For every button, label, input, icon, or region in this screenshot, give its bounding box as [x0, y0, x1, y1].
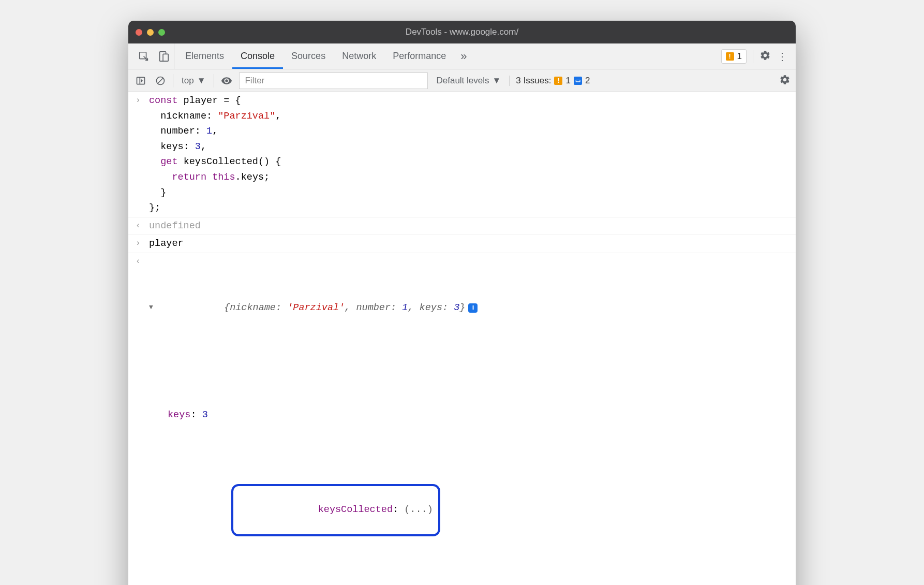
- console-body: › const player = { nickname: "Parzival",…: [128, 92, 796, 585]
- undefined-result: undefined: [149, 218, 788, 234]
- separator: [173, 74, 173, 87]
- issues-count: 1: [737, 51, 742, 62]
- player-input: player: [149, 236, 788, 252]
- dropdown-caret-icon: ▼: [197, 76, 206, 86]
- summary-key: keys:: [420, 302, 449, 313]
- property-name: keys: [168, 410, 190, 420]
- console-toolbar: top ▼ Default levels ▼ 3 Issues: ! 1 ▭ 2: [128, 69, 796, 92]
- filter-input[interactable]: [239, 72, 428, 89]
- tabbar-right: ! 1 ⋮: [721, 49, 791, 64]
- context-value: top: [182, 76, 194, 86]
- summary-val: 3: [454, 302, 459, 313]
- svg-rect-3: [137, 77, 145, 84]
- issues-warn-count: 1: [565, 76, 570, 86]
- svg-rect-2: [163, 54, 168, 61]
- input-caret-icon: ›: [136, 93, 149, 216]
- highlight-annotation: keysCollected: (...): [231, 484, 440, 536]
- info-icon: ▭: [574, 77, 582, 85]
- issues-link[interactable]: 3 Issues: ! 1 ▭ 2: [509, 76, 590, 86]
- brace-open: {: [224, 302, 230, 313]
- issues-info-count: 2: [585, 76, 590, 86]
- toggle-sidebar-icon[interactable]: [133, 74, 148, 88]
- tabbar-icons: [133, 43, 174, 69]
- property-value: 3: [202, 410, 208, 420]
- issues-label: 3 Issues:: [516, 76, 551, 86]
- expand-caret-icon[interactable]: ▼: [149, 302, 153, 313]
- devtools-window: DevTools - www.google.com/ Elements Cons…: [128, 21, 796, 585]
- more-menu-icon[interactable]: ⋮: [777, 50, 787, 63]
- tab-elements[interactable]: Elements: [177, 43, 232, 69]
- input-caret-icon: ›: [136, 236, 149, 252]
- execution-context-select[interactable]: top ▼: [178, 76, 208, 86]
- clear-console-icon[interactable]: [153, 74, 168, 88]
- window-title: DevTools - www.google.com/: [406, 27, 518, 37]
- separator: [214, 74, 214, 87]
- tab-network[interactable]: Network: [334, 43, 384, 69]
- console-result-row: ‹ ▼ {nickname: 'Parzival', number: 1, ke…: [128, 253, 796, 585]
- levels-value: Default levels: [436, 76, 489, 86]
- tab-console[interactable]: Console: [232, 43, 283, 69]
- summary-key: number:: [356, 302, 396, 313]
- device-toggle-icon[interactable]: [156, 49, 171, 64]
- summary-key: nickname:: [230, 302, 281, 313]
- main-tabbar: Elements Console Sources Network Perform…: [128, 43, 796, 69]
- dropdown-caret-icon: ▼: [493, 76, 501, 86]
- separator: [753, 50, 753, 63]
- toolbar-right: [779, 74, 791, 87]
- close-window-button[interactable]: [136, 29, 142, 36]
- log-levels-select[interactable]: Default levels ▼: [433, 76, 504, 86]
- inspect-element-icon[interactable]: [137, 49, 151, 64]
- window-controls: [136, 29, 165, 36]
- tabs-overflow-icon[interactable]: »: [454, 50, 473, 63]
- output-caret-icon: ‹: [136, 254, 149, 585]
- live-expression-eye-icon[interactable]: [219, 74, 234, 88]
- console-result-row: ‹ undefined: [128, 217, 796, 236]
- brace-close: }: [459, 302, 465, 313]
- object-tree: keys: 3 keysCollected: (...) nickname: "…: [149, 377, 788, 585]
- issues-badge[interactable]: ! 1: [721, 49, 747, 64]
- warning-icon: !: [726, 52, 734, 61]
- tab-list: Elements Console Sources Network Perform…: [174, 43, 475, 69]
- warning-icon: !: [554, 77, 562, 85]
- summary-val: 'Parzival': [287, 302, 345, 313]
- tree-row-keyscollected[interactable]: keysCollected: (...): [168, 469, 788, 551]
- tab-sources[interactable]: Sources: [283, 43, 334, 69]
- console-input-row: › const player = { nickname: "Parzival",…: [128, 92, 796, 217]
- property-name: keysCollected: [318, 504, 393, 515]
- tree-row-keys[interactable]: keys: 3: [168, 407, 788, 423]
- minimize-window-button[interactable]: [147, 29, 154, 36]
- maximize-window-button[interactable]: [158, 29, 165, 36]
- summary-val: 1: [402, 302, 408, 313]
- object-output: ▼ {nickname: 'Parzival', number: 1, keys…: [149, 254, 788, 585]
- output-caret-icon: ‹: [136, 218, 149, 234]
- titlebar: DevTools - www.google.com/: [128, 21, 796, 43]
- console-settings-gear-icon[interactable]: [779, 74, 791, 87]
- console-input-row: › player: [128, 235, 796, 253]
- tab-performance[interactable]: Performance: [384, 43, 454, 69]
- code-input: const player = { nickname: "Parzival", n…: [149, 93, 788, 216]
- info-badge-icon[interactable]: i: [468, 303, 478, 313]
- settings-gear-icon[interactable]: [759, 50, 771, 63]
- getter-placeholder[interactable]: (...): [404, 504, 433, 515]
- object-summary[interactable]: ▼ {nickname: 'Parzival', number: 1, keys…: [149, 285, 788, 331]
